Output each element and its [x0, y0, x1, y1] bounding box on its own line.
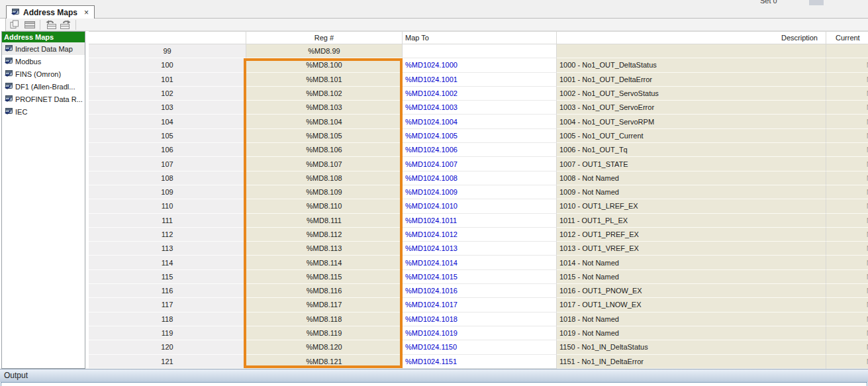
map-to-cell[interactable]: %MD1024.1002 [403, 87, 557, 101]
description-cell[interactable]: 1014 - Not Named [557, 256, 826, 269]
map-to-cell[interactable]: %MD1024.1004 [403, 115, 557, 128]
description-cell[interactable]: 1016 - OUT1_PNOW_EX [557, 284, 826, 298]
map-to-cell[interactable] [403, 44, 557, 58]
map-to-link[interactable]: %MD1024.1150 [405, 343, 457, 351]
map-to-cell[interactable]: %MD1024.1015 [403, 270, 557, 284]
map-to-cell[interactable]: %MD1024.1001 [403, 73, 557, 87]
export-mapping-icon[interactable] [59, 19, 72, 30]
row-index-cell[interactable]: 101 [89, 73, 246, 87]
sidebar-item[interactable]: Modbus [2, 55, 85, 68]
description-cell[interactable]: 1012 - OUT1_PREF_EX [557, 228, 826, 242]
map-to-link[interactable]: %MD1024.1015 [405, 273, 458, 281]
pagination-number[interactable]: 1 [829, 0, 833, 1]
map-to-link[interactable]: %MD1024.1010 [405, 202, 458, 210]
sidebar-item[interactable]: IEC [2, 105, 85, 118]
row-index-cell[interactable]: 112 [89, 228, 246, 242]
map-to-link[interactable]: %MD1024.1016 [405, 287, 458, 295]
tab-close-icon[interactable]: × [81, 9, 89, 17]
row-index-cell[interactable]: 104 [89, 115, 246, 128]
reg-cell[interactable]: %MD8.108 [246, 171, 403, 185]
reg-cell[interactable]: %MD8.103 [246, 101, 403, 115]
sidebar-item[interactable]: DF1 (Allen-Bradl... [2, 80, 85, 93]
map-to-cell[interactable]: %MD1024.1011 [403, 214, 557, 228]
row-index-cell[interactable]: 111 [89, 214, 246, 228]
reg-cell[interactable]: %MD8.119 [246, 326, 403, 340]
reg-cell[interactable]: %MD8.116 [246, 284, 403, 298]
map-to-cell[interactable]: %MD1024.1013 [403, 242, 557, 256]
description-cell[interactable]: 1018 - Not Named [557, 313, 826, 326]
row-index-cell[interactable]: 117 [89, 298, 246, 312]
row-index-cell[interactable]: 118 [89, 313, 246, 326]
description-cell[interactable]: 1150 - No1_IN_DeltaStatus [557, 340, 826, 354]
description-cell[interactable]: 1000 - No1_OUT_DeltaStatus [557, 58, 826, 72]
map-to-cell[interactable]: %MD1024.1006 [403, 143, 557, 157]
map-to-link[interactable]: %MD1024.1014 [405, 259, 458, 267]
output-panel-header[interactable]: Output [0, 369, 868, 382]
description-cell[interactable]: 1006 - No1_OUT_Tq [557, 143, 826, 157]
map-to-link[interactable]: %MD1024.1005 [405, 132, 458, 140]
row-index-cell[interactable]: 120 [89, 340, 246, 354]
reg-cell[interactable]: %MD8.117 [246, 298, 403, 312]
map-to-cell[interactable]: %MD1024.1010 [403, 199, 557, 213]
map-to-link[interactable]: %MD1024.1000 [405, 61, 458, 69]
row-index-cell[interactable]: 116 [89, 284, 246, 298]
row-index-cell[interactable]: 105 [89, 129, 246, 143]
reg-cell[interactable]: %MD8.118 [246, 313, 403, 326]
description-cell[interactable]: 1151 - No1_IN_DeltaError [557, 355, 826, 369]
map-to-link[interactable]: %MD1024.1012 [405, 230, 458, 238]
reg-cell[interactable]: %MD8.105 [246, 129, 403, 143]
description-cell[interactable]: 1007 - OUT1_STATE [557, 157, 826, 171]
reg-cell[interactable]: %MD8.121 [246, 355, 403, 369]
pagination-number[interactable]: 2 [842, 0, 846, 1]
row-index-cell[interactable]: 100 [89, 58, 246, 72]
map-to-cell[interactable]: %MD1024.1005 [403, 129, 557, 143]
row-index-cell[interactable]: 99 [89, 44, 246, 58]
reg-cell[interactable]: %MD8.110 [246, 199, 403, 213]
map-to-cell[interactable]: %MD1024.1000 [403, 58, 557, 72]
row-index-cell[interactable]: 109 [89, 185, 246, 199]
map-to-link[interactable]: %MD1024.1006 [405, 146, 458, 154]
reg-cell[interactable]: %MD8.111 [246, 214, 403, 228]
row-index-cell[interactable]: 106 [89, 143, 246, 157]
reg-cell[interactable]: %MD8.100 [246, 58, 403, 72]
description-cell[interactable]: 1009 - Not Named [557, 185, 826, 199]
map-to-link[interactable]: %MD1024.1009 [405, 188, 458, 196]
map-to-link[interactable]: %MD1024.1008 [405, 174, 458, 182]
sidebar-item[interactable]: PROFINET Data R... [2, 93, 85, 105]
reg-cell[interactable]: %MD8.102 [246, 87, 403, 101]
map-to-cell[interactable]: %MD1024.1150 [403, 340, 557, 354]
row-index-cell[interactable]: 113 [89, 242, 246, 256]
map-to-cell[interactable]: %MD1024.1007 [403, 157, 557, 171]
map-to-cell[interactable]: %MD1024.1151 [403, 355, 557, 369]
description-cell[interactable]: 1019 - Not Named [557, 326, 826, 340]
paste-table-icon[interactable] [23, 19, 36, 30]
description-cell[interactable]: 1008 - Not Named [557, 171, 826, 185]
reg-cell[interactable]: %MD8.109 [246, 185, 403, 199]
description-cell[interactable]: 1004 - No1_OUT_ServoRPM [557, 115, 826, 128]
row-index-cell[interactable]: 108 [89, 171, 246, 185]
reg-cell[interactable]: %MD8.101 [246, 73, 403, 87]
map-to-link[interactable]: %MD1024.1007 [405, 160, 458, 168]
map-to-link[interactable]: %MD1024.1017 [405, 301, 458, 309]
sidebar-item[interactable]: Indirect Data Map [2, 42, 85, 55]
map-to-cell[interactable]: %MD1024.1009 [403, 185, 557, 199]
description-cell[interactable] [557, 44, 826, 58]
map-to-link[interactable]: %MD1024.1011 [405, 217, 457, 224]
copy-icon[interactable] [8, 19, 21, 30]
map-to-cell[interactable]: %MD1024.1008 [403, 171, 557, 185]
row-index-cell[interactable]: 102 [89, 87, 246, 101]
map-to-cell[interactable]: %MD1024.1017 [403, 298, 557, 312]
description-cell[interactable]: 1011 - OUT1_PL_EX [557, 214, 826, 228]
description-cell[interactable]: 1010 - OUT1_LREF_EX [557, 199, 826, 213]
row-index-cell[interactable]: 115 [89, 270, 246, 284]
reg-cell[interactable]: %MD8.104 [246, 115, 403, 128]
map-to-link[interactable]: %MD1024.1019 [405, 329, 458, 337]
reg-cell[interactable]: %MD8.120 [246, 340, 403, 354]
description-cell[interactable]: 1015 - Not Named [557, 270, 826, 284]
map-to-cell[interactable]: %MD1024.1003 [403, 101, 557, 115]
description-cell[interactable]: 1013 - OUT1_VREF_EX [557, 242, 826, 256]
tab-address-maps[interactable]: Address Maps × [6, 5, 95, 19]
pagination-button[interactable] [809, 0, 824, 5]
row-index-cell[interactable]: 107 [89, 157, 246, 171]
reg-cell[interactable]: %MD8.114 [246, 256, 403, 269]
